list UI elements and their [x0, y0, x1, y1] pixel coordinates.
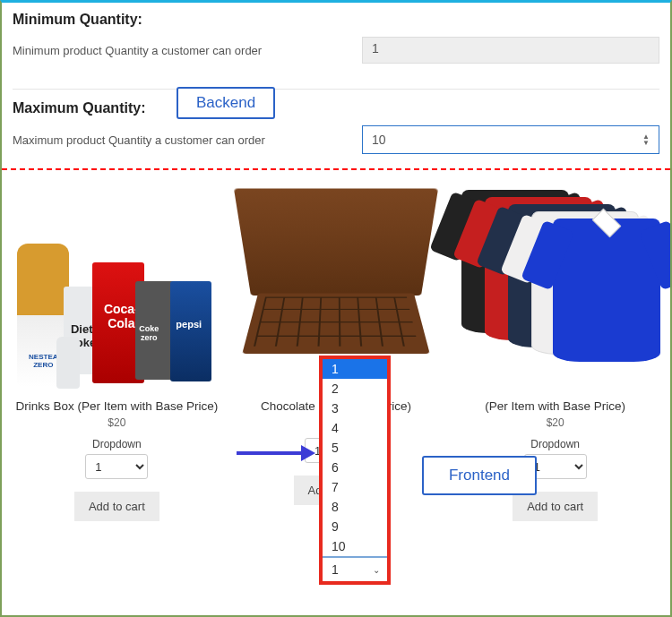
add-to-cart-button[interactable]: Add to cart — [74, 492, 159, 521]
qty-option[interactable]: 8 — [323, 497, 387, 517]
product-price: $20 — [450, 416, 661, 429]
qty-option[interactable]: 1 — [323, 359, 387, 379]
product-price: $20 — [11, 416, 222, 429]
min-qty-hint: Minimum product Quantity a customer can … — [13, 44, 344, 57]
qty-option[interactable]: 6 — [323, 458, 387, 477]
max-qty-value: 10 — [372, 133, 386, 147]
product-name: Drinks Box (Per Item with Base Price) — [11, 399, 222, 413]
qty-option[interactable]: 5 — [323, 438, 387, 458]
qty-select[interactable]: 1 — [85, 454, 148, 479]
qty-option[interactable]: 10 — [323, 536, 387, 556]
chevron-down-icon: ⌄ — [373, 565, 380, 575]
qty-option[interactable]: 9 — [323, 517, 387, 536]
max-qty-title: Maximum Quantity: — [13, 100, 659, 116]
product-name: (Per Item with Base Price) — [450, 399, 661, 413]
min-qty-row: Minimum product Quantity a customer can … — [13, 37, 659, 64]
qty-control-label: Dropdown — [450, 438, 661, 450]
qty-option[interactable]: 7 — [323, 477, 387, 497]
qty-option[interactable]: 3 — [323, 398, 387, 418]
qty-select-footer[interactable]: 1 ⌄ — [323, 556, 387, 581]
max-qty-row: Maximum product Quantity a customer can … — [13, 125, 659, 154]
qty-select-value: 1 — [332, 562, 339, 577]
qty-option[interactable]: 2 — [323, 379, 387, 398]
frontend-badge: Frontend — [422, 456, 537, 495]
max-qty-hint: Maximum product Quantity a customer can … — [13, 133, 344, 147]
product-image[interactable]: NESTEAZERO DietCoke Coca-Cola Cokezero p… — [13, 186, 220, 392]
min-qty-input[interactable]: 1 — [362, 37, 659, 64]
backend-panel: Minimum Quantity: Minimum product Quanti… — [2, 3, 670, 154]
arrow-annotation-icon — [237, 445, 317, 461]
divider-light — [13, 89, 659, 90]
spinner-arrows-icon[interactable]: ▲ ▼ — [642, 133, 650, 146]
qty-dropdown-open[interactable]: 12345678910 1 ⌄ — [319, 356, 391, 585]
qty-control-label: Dropdown — [11, 438, 222, 450]
add-to-cart-button[interactable]: Add to cart — [513, 492, 598, 521]
max-qty-input[interactable]: 10 ▲ ▼ — [362, 125, 659, 154]
product-card: NESTEAZERO DietCoke Coca-Cola Cokezero p… — [11, 186, 222, 521]
backend-badge: Backend — [177, 87, 275, 119]
min-qty-title: Minimum Quantity: — [13, 12, 659, 28]
chevron-down-icon[interactable]: ▼ — [642, 140, 650, 146]
product-image[interactable] — [452, 186, 659, 392]
qty-option[interactable]: 4 — [323, 418, 387, 438]
